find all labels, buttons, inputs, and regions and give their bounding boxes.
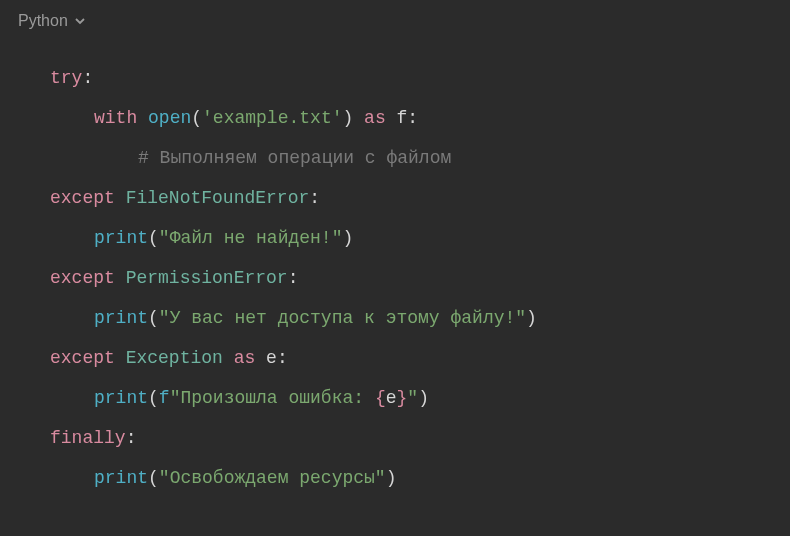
keyword-except: except (50, 188, 115, 208)
colon: : (407, 108, 418, 128)
code-line: # Выполняем операции с файлом (50, 138, 790, 178)
code-line: except FileNotFoundError: (50, 178, 790, 218)
code-line: finally: (50, 418, 790, 458)
class-exception: Exception (126, 348, 223, 368)
class-permissionerror: PermissionError (126, 268, 288, 288)
paren-close: ) (386, 468, 397, 488)
keyword-except: except (50, 268, 115, 288)
code-line: print("У вас нет доступа к этому файлу!"… (50, 298, 790, 338)
string-literal: "Освобождаем ресурсы" (159, 468, 386, 488)
variable-f: f (397, 108, 408, 128)
variable-e: e (386, 388, 397, 408)
language-selector[interactable]: Python (0, 0, 790, 40)
variable-e: e (266, 348, 277, 368)
brace-open: { (375, 388, 386, 408)
code-line: try: (50, 58, 790, 98)
colon: : (126, 428, 137, 448)
chevron-down-icon (74, 15, 86, 27)
paren-open: ( (148, 388, 159, 408)
code-line: with open('example.txt') as f: (50, 98, 790, 138)
code-editor: Python try: with open('example.txt') as … (0, 0, 790, 536)
string-literal: " (407, 388, 418, 408)
string-literal: 'example.txt' (202, 108, 342, 128)
colon: : (82, 68, 93, 88)
string-literal: "У вас нет доступа к этому файлу!" (159, 308, 526, 328)
paren-close: ) (526, 308, 537, 328)
function-print: print (94, 388, 148, 408)
language-label: Python (18, 12, 68, 30)
paren-open: ( (148, 468, 159, 488)
paren-open: ( (148, 308, 159, 328)
string-literal: "Произошла ошибка: (170, 388, 375, 408)
paren-close: ) (418, 388, 429, 408)
code-line: except PermissionError: (50, 258, 790, 298)
colon: : (277, 348, 288, 368)
colon: : (309, 188, 320, 208)
paren-open: ( (148, 228, 159, 248)
function-print: print (94, 468, 148, 488)
paren-open: ( (191, 108, 202, 128)
keyword-as: as (353, 108, 396, 128)
keyword-with: with (94, 108, 137, 128)
string-literal: "Файл не найден!" (159, 228, 343, 248)
function-print: print (94, 228, 148, 248)
function-open: open (148, 108, 191, 128)
code-line: print("Файл не найден!") (50, 218, 790, 258)
code-line: print(f"Произошла ошибка: {e}") (50, 378, 790, 418)
keyword-except: except (50, 348, 115, 368)
function-print: print (94, 308, 148, 328)
keyword-as: as (223, 348, 266, 368)
class-filenotfounderror: FileNotFoundError (126, 188, 310, 208)
keyword-try: try (50, 68, 82, 88)
code-line: print("Освобождаем ресурсы") (50, 458, 790, 498)
comment: # Выполняем операции с файлом (138, 148, 451, 168)
colon: : (288, 268, 299, 288)
fstring-prefix: f (159, 388, 170, 408)
brace-close: } (397, 388, 408, 408)
paren-close: ) (343, 108, 354, 128)
code-line: except Exception as e: (50, 338, 790, 378)
paren-close: ) (342, 228, 353, 248)
code-content[interactable]: try: with open('example.txt') as f: # Вы… (0, 40, 790, 498)
keyword-finally: finally (50, 428, 126, 448)
